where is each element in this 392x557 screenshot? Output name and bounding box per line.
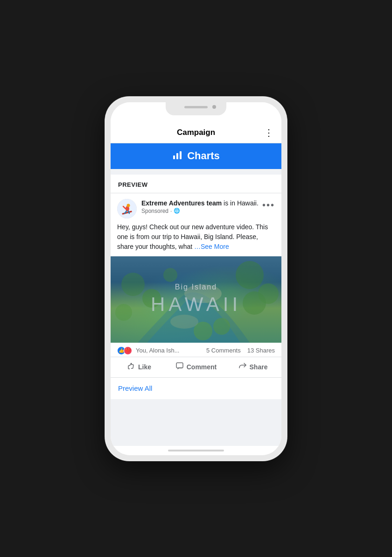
see-more-link[interactable]: …See More	[194, 243, 229, 250]
comment-icon	[175, 362, 184, 373]
action-buttons: Like Comment	[111, 357, 281, 378]
sponsored-label: Sponsored	[141, 208, 168, 214]
phone-screen: Campaign ⋮ Charts PREVIEW	[111, 102, 281, 455]
like-button[interactable]: Like	[111, 358, 168, 376]
home-indicator	[111, 446, 281, 455]
preview-section: PREVIEW	[111, 175, 281, 399]
share-button[interactable]: Share	[224, 358, 281, 376]
meta-dot: ·	[170, 208, 172, 214]
globe-icon: 🌐	[174, 208, 180, 214]
love-reaction-icon: ❤️	[124, 346, 132, 355]
svg-point-6	[127, 204, 130, 207]
camera	[212, 105, 216, 109]
post-options-button[interactable]: •••	[262, 200, 275, 211]
image-text-big-island: Big Island	[175, 283, 217, 291]
content-area: PREVIEW	[111, 169, 281, 446]
preview-label: PREVIEW	[111, 175, 281, 193]
reactions-bar: 👍 ❤️ You, Alona Ish... 5 Comments 13 Sha…	[111, 343, 281, 357]
comments-count[interactable]: 5 Comments	[206, 347, 241, 354]
image-overlay: Big Island HAWAII	[111, 256, 281, 343]
svg-rect-0	[173, 155, 175, 159]
avatar	[117, 199, 137, 219]
post-header-left: Extreme Adventures team is in Hawaii. Sp…	[117, 199, 259, 219]
svg-rect-2	[180, 151, 182, 159]
post-header: Extreme Adventures team is in Hawaii. Sp…	[111, 193, 281, 222]
comment-label: Comment	[187, 363, 217, 371]
like-icon	[127, 362, 135, 373]
svg-rect-1	[176, 153, 178, 159]
post-account-name: Extreme Adventures team is in Hawaii.	[141, 199, 259, 207]
comment-button[interactable]: Comment	[168, 358, 224, 376]
post-info: Extreme Adventures team is in Hawaii. Sp…	[141, 199, 259, 214]
phone-notch	[166, 102, 226, 115]
post-body: Hey, guys! Check out our new adventure v…	[111, 222, 281, 256]
post-image: Big Island HAWAII	[111, 256, 281, 343]
preview-all-link[interactable]: Preview All	[118, 384, 152, 392]
charts-bar-icon	[172, 150, 182, 162]
preview-all-section: Preview All	[111, 378, 281, 399]
svg-rect-21	[176, 363, 183, 368]
more-menu-button[interactable]: ⋮	[264, 127, 274, 138]
home-bar	[168, 450, 224, 451]
post-meta: Sponsored · 🌐	[141, 208, 259, 214]
nav-title: Campaign	[177, 128, 215, 137]
reaction-icons: 👍 ❤️	[117, 346, 130, 355]
bottom-spacer	[111, 399, 281, 418]
speaker	[184, 106, 208, 108]
phone-frame: Campaign ⋮ Charts PREVIEW	[105, 97, 287, 461]
share-icon	[238, 362, 247, 373]
image-text-hawaii: HAWAII	[151, 293, 241, 316]
reactions-text: You, Alona Ish...	[136, 347, 179, 354]
nav-header: Campaign ⋮	[111, 123, 281, 143]
shares-count[interactable]: 13 Shares	[247, 347, 275, 354]
charts-title: Charts	[187, 150, 220, 162]
share-label: Share	[250, 363, 268, 371]
post-card: Extreme Adventures team is in Hawaii. Sp…	[111, 193, 281, 378]
like-label: Like	[138, 363, 151, 371]
charts-banner[interactable]: Charts	[111, 143, 281, 169]
